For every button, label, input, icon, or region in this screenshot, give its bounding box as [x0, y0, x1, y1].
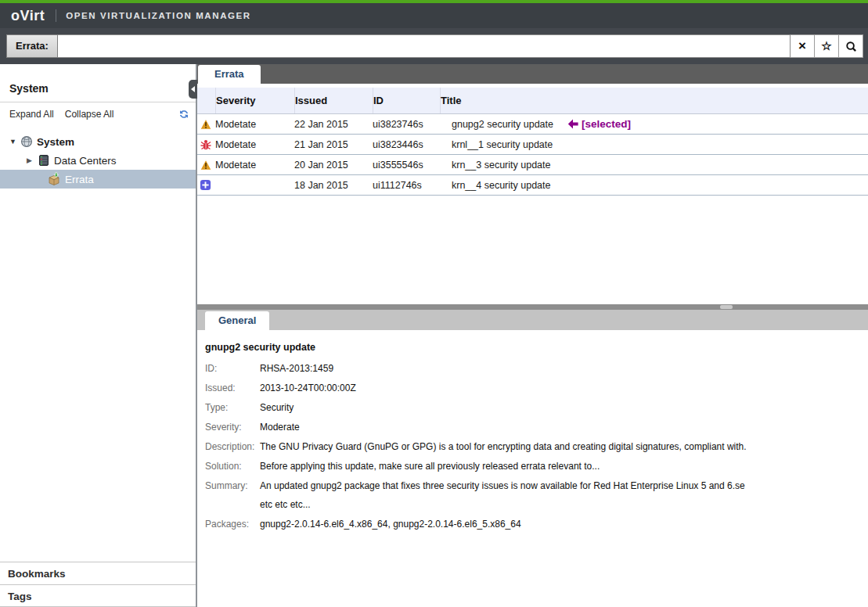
star-icon: ☆ — [821, 39, 831, 53]
caret-right-icon[interactable]: ▶ — [27, 156, 36, 164]
bookmarks-panel-header[interactable]: Bookmarks — [0, 562, 196, 584]
bug-icon — [200, 138, 212, 151]
system-tree: ▼ System ▶ — [0, 126, 196, 189]
detail-field-description: Description: The GNU Privacy Guard (GnuP… — [205, 441, 868, 452]
system-tree-sidebar: System Expand All Collapse All ▼ — [0, 64, 197, 607]
errata-table-header: Severity Issued ID Title — [197, 88, 868, 114]
column-header-issued[interactable]: Issued — [294, 88, 373, 113]
ovirt-logo: oVirt — [11, 8, 45, 24]
detail-field-solution: Solution: Before applying this update, m… — [205, 461, 868, 472]
tree-item-label: Data Centers — [54, 155, 117, 167]
clear-search-button[interactable]: × — [791, 34, 815, 58]
severity-cell: Modetate — [215, 119, 294, 130]
search-scope-button[interactable]: Errata: — [6, 34, 58, 58]
detail-field-severity: Severity: Moderate — [205, 422, 868, 433]
app-header: oVirt OPEN VIRTUALIZATION MANAGER — [0, 3, 868, 28]
detail-field-packages: Packages: gnupg2-2.0.14-6.el6_4.x86_64, … — [205, 519, 868, 530]
sidebar-bottom-panels: Bookmarks Tags — [0, 562, 196, 607]
product-name: OPEN VIRTUALIZATION MANAGER — [66, 11, 251, 20]
issued-cell: 20 Jan 2015 — [294, 160, 373, 171]
issued-cell: 21 Jan 2015 — [294, 139, 373, 150]
tree-item-label: Errata — [65, 174, 94, 185]
severity-cell: Modetate — [215, 139, 294, 150]
errata-table: Severity Issued ID Title Modetate 22 Jan… — [197, 84, 868, 304]
header-divider — [56, 9, 56, 22]
table-row[interactable]: Modetate 22 Jan 2015 ui3823746s gnupg2 s… — [197, 114, 868, 135]
erratum-title: gnupg2 security update — [205, 342, 868, 353]
plus-icon — [200, 179, 211, 191]
warning-icon — [200, 118, 212, 131]
chevron-left-icon — [191, 86, 195, 92]
refresh-icon — [178, 109, 189, 120]
column-header-id[interactable]: ID — [373, 88, 440, 113]
summary-continuation: etc etc etc... — [260, 499, 868, 510]
detail-field-summary: Summary: An updated gnupg2 package that … — [205, 480, 868, 491]
run-search-button[interactable] — [839, 34, 863, 58]
search-icon — [845, 41, 857, 52]
title-cell: krn__3 security update — [440, 160, 868, 171]
table-row[interactable]: 18 Jan 2015 ui1112746s krn__4 security u… — [197, 175, 868, 196]
search-bar: Errata: × ☆ — [0, 28, 868, 64]
title-cell: gnupg2 security update [selected] — [440, 118, 868, 130]
issued-cell: 18 Jan 2015 — [294, 180, 373, 191]
sidebar-collapse-handle[interactable] — [189, 80, 197, 99]
tab-general[interactable]: General — [205, 311, 269, 330]
caret-down-icon[interactable]: ▼ — [9, 138, 19, 145]
search-input[interactable] — [58, 34, 791, 58]
collapse-all-link[interactable]: Collapse All — [65, 109, 114, 120]
clear-icon: × — [798, 38, 806, 54]
id-cell: ui3823746s — [373, 119, 440, 130]
splitter-grip-icon[interactable] — [720, 305, 733, 309]
main-tabstrip: Errata — [197, 64, 868, 84]
selected-row-marker: [selected] — [567, 118, 631, 130]
id-cell: ui1112746s — [373, 180, 440, 191]
table-row[interactable]: Modetate 20 Jan 2015 ui3555546s krn__3 s… — [197, 155, 868, 175]
title-cell: krn__4 security update — [440, 180, 868, 191]
bookmark-search-button[interactable]: ☆ — [815, 34, 839, 58]
refresh-tree-button[interactable] — [178, 109, 189, 120]
left-arrow-icon — [567, 119, 579, 129]
title-cell: krnl__1 security update — [440, 139, 868, 150]
main-panel: Errata Severity Issued ID Title Modetat — [197, 64, 868, 607]
issued-cell: 22 Jan 2015 — [294, 119, 373, 130]
detail-field-id: ID: RHSA-2013:1459 — [205, 363, 868, 374]
tree-item-label: System — [37, 136, 74, 148]
tab-errata[interactable]: Errata — [198, 65, 261, 84]
column-header-title[interactable]: Title — [440, 88, 868, 113]
severity-cell: Modetate — [215, 160, 294, 171]
detail-tabstrip: General — [197, 310, 868, 330]
id-cell: ui3823446s — [373, 139, 440, 150]
detail-field-issued: Issued: 2013-10-24T00:00:00Z — [205, 383, 868, 393]
data-center-icon — [38, 154, 50, 167]
tree-item-errata[interactable]: Errata — [0, 170, 196, 189]
general-detail-panel: gnupg2 security update ID: RHSA-2013:145… — [197, 330, 868, 607]
table-row[interactable]: Modetate 21 Jan 2015 ui3823446s krnl__1 … — [197, 135, 868, 155]
sidebar-title: System — [9, 82, 49, 95]
sidebar-header: System — [0, 64, 196, 102]
detail-field-type: Type: Security — [205, 402, 868, 413]
warning-icon — [200, 159, 212, 171]
tree-controls: Expand All Collapse All — [0, 102, 196, 126]
globe-icon — [20, 135, 33, 148]
tree-item-data-centers[interactable]: ▶ Data Centers — [0, 151, 196, 170]
id-cell: ui3555546s — [373, 160, 440, 171]
expand-all-link[interactable]: Expand All — [9, 109, 54, 120]
horizontal-splitter[interactable] — [197, 304, 868, 310]
column-header-severity[interactable]: Severity — [215, 88, 294, 113]
package-icon — [47, 172, 61, 186]
tree-item-system[interactable]: ▼ System — [0, 132, 196, 151]
tags-panel-header[interactable]: Tags — [0, 584, 196, 607]
severity-icon-column-header — [197, 88, 215, 113]
